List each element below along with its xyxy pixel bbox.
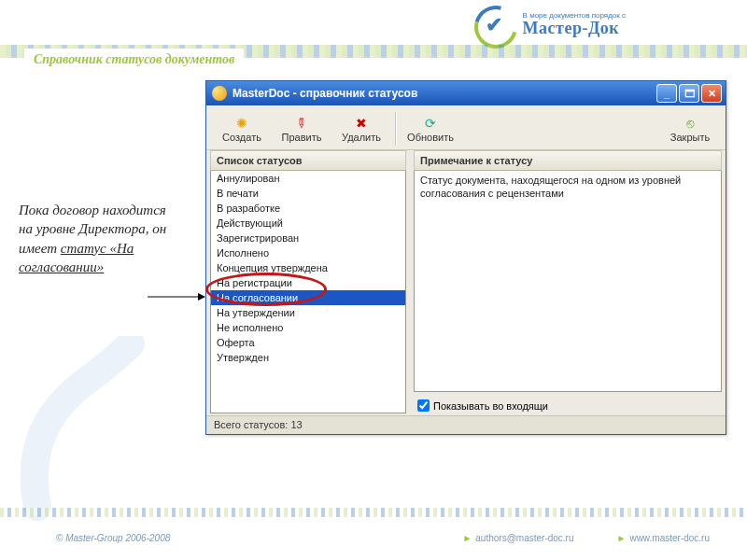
toolbar: ✺ Создать ✎ Править ✖ Удалить ⟳ Обновить… <box>206 105 726 150</box>
brand-name: Мастер-Док <box>523 20 626 36</box>
status-item[interactable]: Не исполнено <box>211 320 405 335</box>
delete-button[interactable]: ✖ Удалить <box>331 109 391 148</box>
refresh-label: Обновить <box>407 132 454 143</box>
delete-label: Удалить <box>342 132 381 143</box>
brand-logo: ✔ В море документов порядок с Мастер-Док <box>471 6 626 43</box>
titlebar[interactable]: MasterDoc - справочник статусов _ 🗖 ✕ <box>206 81 726 105</box>
status-item[interactable]: На утверждении <box>211 305 405 320</box>
arrow-icon: ► <box>462 533 472 543</box>
create-label: Создать <box>222 132 261 143</box>
create-button[interactable]: ✺ Создать <box>212 109 272 148</box>
annotation-text: Пока договор находится на уровне Директо… <box>19 201 173 276</box>
pointer-arrow-icon <box>148 291 205 293</box>
close-label: Закрыть <box>670 132 710 143</box>
toolbar-separator <box>395 112 397 146</box>
status-item[interactable]: Утвержден <box>211 350 405 365</box>
titlebar-text: MasterDoc - справочник статусов <box>233 87 656 100</box>
close-button[interactable]: ⎋ Закрыть <box>660 109 720 148</box>
dialog-window: MasterDoc - справочник статусов _ 🗖 ✕ ✺ … <box>205 80 726 435</box>
status-list-header: Список статусов <box>210 150 406 171</box>
app-icon <box>212 86 227 101</box>
logo-swoosh-icon: ✔ <box>471 6 517 43</box>
refresh-icon: ⟳ <box>425 115 436 132</box>
footer-email: ►authors@master-doc.ru <box>447 533 573 543</box>
refresh-button[interactable]: ⟳ Обновить <box>401 109 460 148</box>
status-item[interactable]: Аннулирован <box>211 171 405 186</box>
remark-text[interactable]: Статус документа, находящегося на одном … <box>414 171 722 392</box>
statusbar: Всего статусов: 13 <box>206 415 726 434</box>
footer-ribbon <box>0 508 747 517</box>
watermark-icon <box>0 336 168 523</box>
svg-marker-1 <box>198 293 205 301</box>
window-close-button[interactable]: ✕ <box>701 84 722 103</box>
status-item[interactable]: На регистрации <box>211 275 405 290</box>
remark-header: Примечание к статусу <box>414 150 722 171</box>
show-in-inbox-input[interactable] <box>417 399 430 412</box>
pencil-icon: ✎ <box>291 113 311 133</box>
show-in-inbox-checkbox[interactable]: Показывать во входящи <box>414 398 722 413</box>
door-icon: ⎋ <box>686 115 694 132</box>
edit-button[interactable]: ✎ Править <box>272 109 331 148</box>
status-item[interactable]: Концепция утверждена <box>211 260 405 275</box>
x-icon: ✖ <box>356 115 367 132</box>
minimize-button[interactable]: _ <box>656 84 677 103</box>
logo-check-icon: ✔ <box>486 13 502 37</box>
show-in-inbox-label: Показывать во входящи <box>433 400 548 412</box>
edit-label: Править <box>282 132 322 143</box>
page-title: Справочник статусов документов <box>34 52 234 67</box>
copyright: © Master-Group 2006-2008 <box>56 533 170 543</box>
maximize-button[interactable]: 🗖 <box>679 84 699 103</box>
status-item[interactable]: Оферта <box>211 335 405 350</box>
status-item[interactable]: Исполнено <box>211 245 405 260</box>
status-item[interactable]: В разработке <box>211 201 405 216</box>
status-item[interactable]: На согласовании <box>211 290 405 305</box>
footer: © Master-Group 2006-2008 ►authors@master… <box>0 523 747 553</box>
sun-icon: ✺ <box>236 115 247 132</box>
status-item[interactable]: Действующий <box>211 216 405 231</box>
status-item[interactable]: Зарегистрирован <box>211 231 405 245</box>
status-item[interactable]: В печати <box>211 186 405 201</box>
footer-site: ►www.master-doc.ru <box>602 533 710 543</box>
status-listbox[interactable]: АннулированВ печатиВ разработкеДействующ… <box>210 171 406 413</box>
arrow-icon: ► <box>617 533 627 543</box>
